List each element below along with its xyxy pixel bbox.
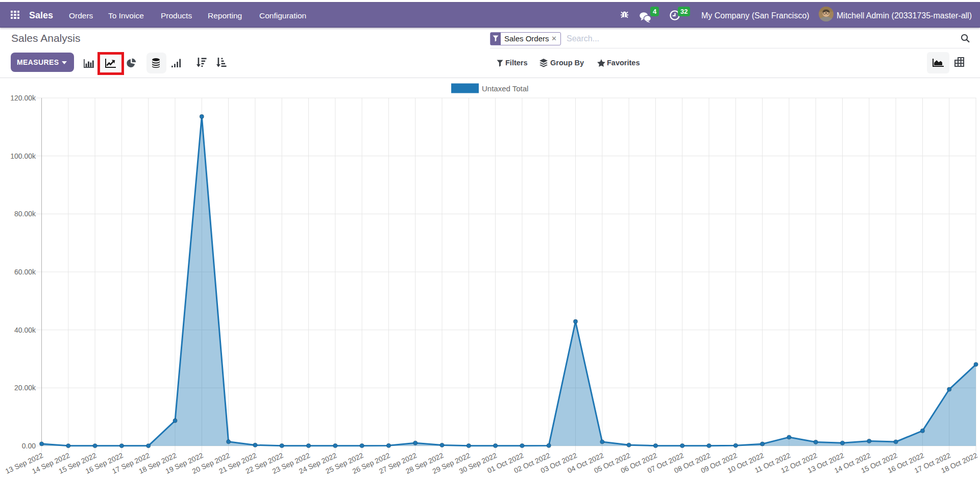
svg-text:20.00k: 20.00k bbox=[14, 384, 36, 392]
svg-text:80.00k: 80.00k bbox=[14, 210, 36, 218]
svg-text:0.00: 0.00 bbox=[22, 442, 36, 450]
svg-text:60.00k: 60.00k bbox=[14, 268, 36, 276]
svg-text:Untaxed Total: Untaxed Total bbox=[482, 84, 528, 93]
svg-text:40.00k: 40.00k bbox=[14, 326, 36, 334]
svg-text:100.00k: 100.00k bbox=[10, 152, 36, 160]
svg-text:120.00k: 120.00k bbox=[10, 94, 36, 102]
